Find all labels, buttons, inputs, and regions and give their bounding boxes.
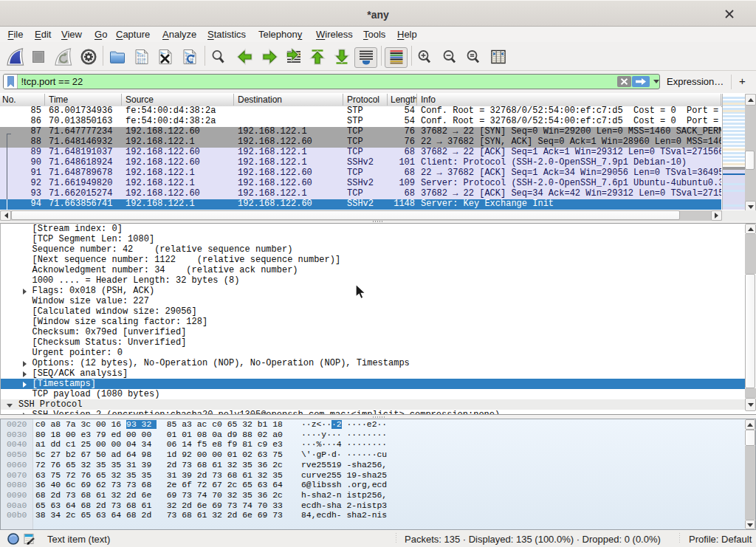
svg-text:0111: 0111 xyxy=(137,61,145,64)
